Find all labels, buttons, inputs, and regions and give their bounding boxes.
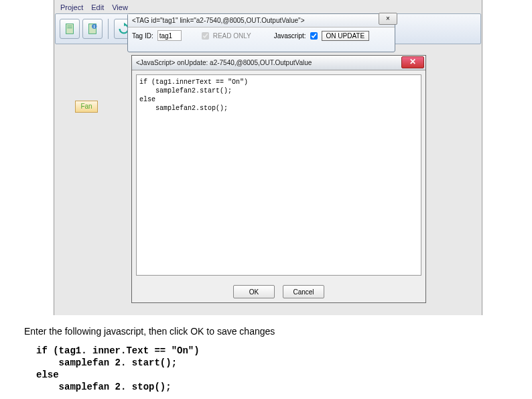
menu-project[interactable]: Project bbox=[60, 3, 83, 11]
svg-rect-2 bbox=[67, 27, 72, 28]
readonly-checkbox bbox=[202, 32, 209, 40]
instruction-text: Enter the following javascript, then cli… bbox=[24, 326, 275, 337]
tag-dialog: <TAG id="tag1" link="a2-7540,@8005,OUT.O… bbox=[127, 13, 395, 52]
info-icon: i bbox=[85, 21, 100, 36]
svg-rect-0 bbox=[66, 24, 74, 34]
tag-dialog-close[interactable]: × bbox=[379, 13, 397, 25]
js-code-textarea[interactable]: if (tag1.innerText == "On") samplefan2.s… bbox=[136, 74, 421, 276]
js-dialog-buttons: OK Cancel bbox=[132, 285, 425, 298]
js-dialog-title-text: <JavaScript> onUpdate: a2-7540,@8005,OUT… bbox=[136, 59, 312, 66]
ok-button[interactable]: OK bbox=[233, 285, 275, 298]
tag-dialog-body: Tag ID: READ ONLY Javascript: ON UPDATE bbox=[132, 30, 391, 41]
onupdate-button[interactable]: ON UPDATE bbox=[322, 31, 370, 41]
document-icon bbox=[62, 21, 77, 36]
js-dialog-title: <JavaScript> onUpdate: a2-7540,@8005,OUT… bbox=[132, 56, 425, 70]
fan-component[interactable]: Fan bbox=[75, 101, 98, 113]
readonly-label: READ ONLY bbox=[213, 32, 251, 40]
javascript-dialog: <JavaScript> onUpdate: a2-7540,@8005,OUT… bbox=[131, 55, 426, 303]
svg-text:i: i bbox=[94, 24, 95, 29]
javascript-label: Javascript: bbox=[274, 32, 306, 40]
tagid-input[interactable] bbox=[157, 30, 182, 41]
menu-edit[interactable]: Edit bbox=[91, 3, 104, 11]
toolbar-btn-1[interactable] bbox=[60, 19, 80, 39]
menu-view[interactable]: View bbox=[112, 3, 128, 11]
js-dialog-close[interactable]: ✕ bbox=[401, 56, 424, 68]
tagid-label: Tag ID: bbox=[132, 32, 153, 40]
cancel-button[interactable]: Cancel bbox=[283, 285, 324, 298]
tag-dialog-title: <TAG id="tag1" link="a2-7540,@8005,OUT.O… bbox=[128, 14, 395, 27]
toolbar-separator bbox=[108, 19, 109, 39]
svg-rect-1 bbox=[67, 25, 72, 26]
toolbar-btn-2[interactable]: i bbox=[82, 19, 103, 39]
example-code: if (tag1. inner.Text == "On") samplefan … bbox=[36, 345, 200, 393]
menubar: Project Edit View bbox=[55, 1, 128, 13]
javascript-checkbox[interactable] bbox=[310, 32, 318, 40]
